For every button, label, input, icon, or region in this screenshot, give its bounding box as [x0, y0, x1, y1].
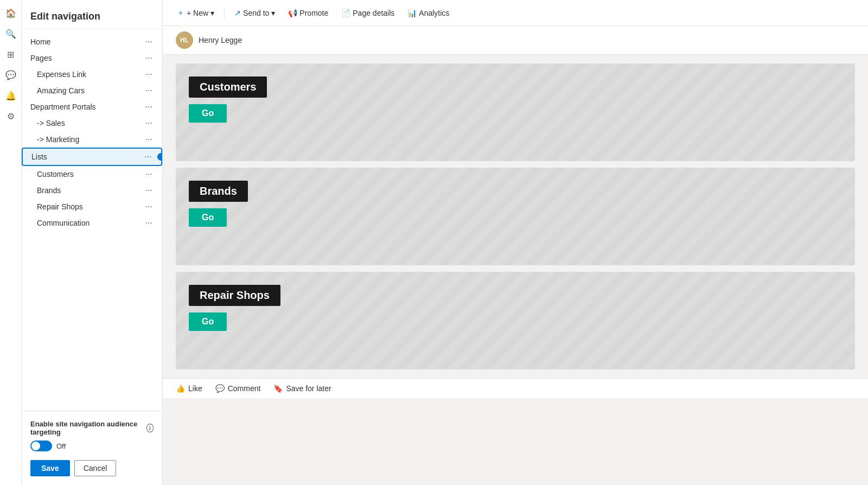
- card-go-button[interactable]: Go: [189, 312, 227, 331]
- nav-item-label: Lists: [31, 152, 143, 161]
- home-icon[interactable]: 🏠: [2, 4, 20, 22]
- nav-item-label: -> Marketing: [37, 135, 144, 144]
- settings-icon[interactable]: ⚙: [2, 107, 20, 125]
- edit-nav-panel: Edit navigation Home ···Pages ···Expense…: [22, 0, 163, 485]
- nav-item-marketing[interactable]: -> Marketing ···: [22, 131, 162, 148]
- nav-item-label: Department Portals: [30, 103, 144, 111]
- audience-toggle[interactable]: [30, 441, 52, 451]
- promote-button[interactable]: 📢 Promote: [283, 5, 334, 21]
- like-icon: 👍: [176, 384, 185, 393]
- nav-item-dots[interactable]: ···: [144, 135, 154, 144]
- save-for-later-button[interactable]: 🔖 Save for later: [273, 384, 331, 393]
- brands-card: Brands Go: [176, 168, 855, 265]
- drag-handle[interactable]: [157, 153, 162, 161]
- chat-icon[interactable]: 💬: [2, 66, 20, 84]
- toggle-label: Off: [56, 442, 66, 450]
- card-bg-pattern: [176, 63, 855, 161]
- nav-item-label: Communication: [37, 219, 144, 227]
- nav-list: Home ···Pages ···Expenses Link ···Amazin…: [22, 29, 162, 411]
- nav-item-dots[interactable]: ···: [144, 53, 154, 63]
- save-for-later-label: Save for later: [286, 384, 331, 393]
- nav-item-brands[interactable]: Brands ···: [22, 182, 162, 199]
- new-button[interactable]: ＋ + New ▾: [171, 5, 220, 21]
- nav-item-dots[interactable]: ···: [144, 69, 154, 79]
- nav-item-home[interactable]: Home ···: [22, 34, 162, 50]
- card-content: Customers Go: [189, 76, 267, 123]
- avatar: HL: [176, 31, 193, 49]
- repair-shops-card: Repair Shops Go: [176, 272, 855, 369]
- nav-item-dots[interactable]: ···: [144, 186, 154, 195]
- nav-item-dots[interactable]: ···: [144, 86, 154, 95]
- plus-icon: ＋: [177, 8, 184, 18]
- nav-item-dots[interactable]: ···: [143, 152, 152, 162]
- card-go-button[interactable]: Go: [189, 208, 227, 227]
- promote-icon: 📢: [288, 9, 297, 17]
- page-area: HL Henry Legge Customers Go Brands Go Re…: [163, 26, 868, 485]
- nav-item-expenses-link[interactable]: Expenses Link ···: [22, 66, 162, 82]
- edit-nav-title: Edit navigation: [22, 0, 162, 29]
- apps-icon[interactable]: ⊞: [2, 46, 20, 63]
- analytics-button[interactable]: 📊 Analytics: [402, 5, 455, 21]
- nav-item-department-portals[interactable]: Department Portals ···: [22, 99, 162, 115]
- author-name: Henry Legge: [199, 36, 242, 44]
- send-to-button[interactable]: ↗ Send to ▾: [229, 5, 280, 21]
- nav-item-dots[interactable]: ···: [144, 37, 154, 47]
- save-button[interactable]: Save: [30, 460, 70, 476]
- nav-item-lists[interactable]: Lists ···: [22, 148, 162, 166]
- comment-label: Comment: [228, 384, 261, 393]
- toolbar: ＋ + New ▾ ↗ Send to ▾ 📢 Promote 📄 Page d…: [163, 0, 868, 26]
- nav-item-communication[interactable]: Communication ···: [22, 215, 162, 231]
- nav-item-dots[interactable]: ···: [144, 102, 154, 112]
- nav-item-dots[interactable]: ···: [144, 218, 154, 228]
- send-to-chevron: ▾: [271, 9, 275, 17]
- nav-item-dots[interactable]: ···: [144, 202, 154, 212]
- nav-item-pages[interactable]: Pages ···: [22, 50, 162, 66]
- bottom-buttons: Save Cancel: [30, 460, 154, 476]
- like-button[interactable]: 👍 Like: [176, 384, 202, 393]
- new-chevron: ▾: [210, 9, 214, 17]
- nav-item-label: Repair Shops: [37, 202, 144, 211]
- bell-icon[interactable]: 🔔: [2, 87, 20, 104]
- action-bar: 👍 Like 💬 Comment 🔖 Save for later: [163, 378, 868, 398]
- nav-item-label: -> Sales: [37, 119, 144, 127]
- card-title: Repair Shops: [189, 285, 280, 306]
- send-icon: ↗: [234, 9, 241, 17]
- page-details-label: Page details: [353, 9, 394, 17]
- like-label: Like: [188, 384, 202, 393]
- nav-item-label: Amazing Cars: [37, 86, 144, 95]
- nav-item-repair-shops[interactable]: Repair Shops ···: [22, 199, 162, 215]
- icon-rail: 🏠 🔍 ⊞ 💬 🔔 ⚙: [0, 0, 22, 485]
- nav-item-amazing-cars[interactable]: Amazing Cars ···: [22, 82, 162, 99]
- send-to-label: Send to: [243, 9, 269, 17]
- toggle-row: Off: [30, 441, 154, 451]
- toggle-knob: [31, 442, 40, 450]
- info-icon[interactable]: i: [146, 424, 154, 432]
- comment-icon: 💬: [215, 384, 225, 393]
- nav-item-label: Customers: [37, 170, 144, 178]
- bookmark-icon: 🔖: [273, 384, 283, 393]
- nav-item-label: Expenses Link: [37, 70, 144, 79]
- nav-bottom: Enable site navigation audience targetin…: [22, 411, 162, 485]
- nav-item-customers[interactable]: Customers ···: [22, 166, 162, 182]
- card-content: Repair Shops Go: [189, 285, 280, 331]
- author-bar: HL Henry Legge: [163, 26, 868, 55]
- nav-item-dots[interactable]: ···: [144, 169, 154, 179]
- customers-card: Customers Go: [176, 63, 855, 161]
- analytics-label: Analytics: [419, 9, 449, 17]
- card-go-button[interactable]: Go: [189, 104, 227, 123]
- new-label: + New: [187, 9, 208, 17]
- nav-item-label: Home: [30, 37, 144, 46]
- nav-item-sales[interactable]: -> Sales ···: [22, 115, 162, 131]
- nav-item-dots[interactable]: ···: [144, 118, 154, 128]
- nav-item-label: Pages: [30, 54, 144, 62]
- toolbar-divider: [224, 8, 225, 18]
- comment-button[interactable]: 💬 Comment: [215, 384, 261, 393]
- search-icon[interactable]: 🔍: [2, 25, 20, 42]
- card-title: Customers: [189, 76, 267, 98]
- analytics-icon: 📊: [407, 9, 417, 17]
- page-details-button[interactable]: 📄 Page details: [336, 5, 400, 21]
- content-cards: Customers Go Brands Go Repair Shops Go: [163, 55, 868, 378]
- card-title: Brands: [189, 181, 248, 202]
- card-bg-pattern: [176, 168, 855, 265]
- cancel-button[interactable]: Cancel: [74, 460, 117, 476]
